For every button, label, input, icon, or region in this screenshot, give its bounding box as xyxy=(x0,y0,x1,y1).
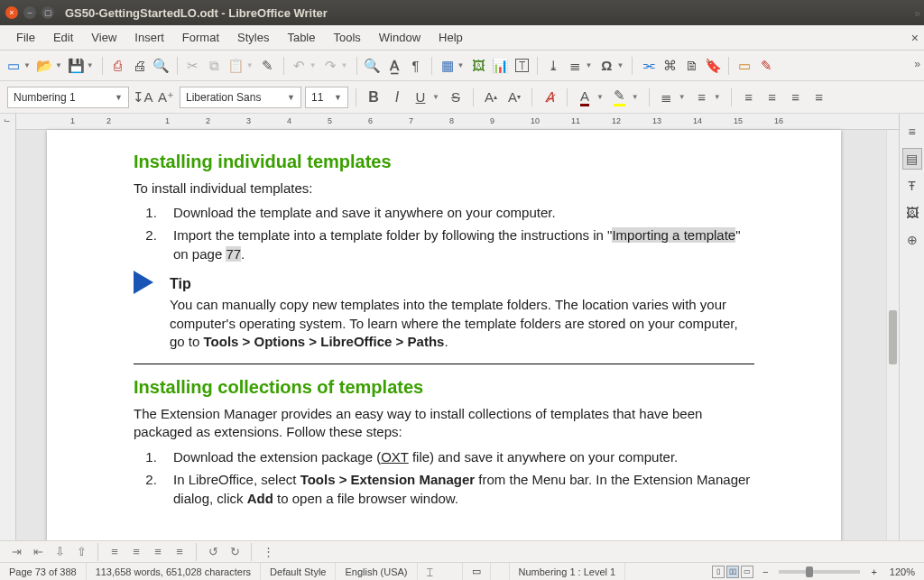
textbox-insert-button[interactable]: 🅃 xyxy=(512,56,531,76)
list-level3-button[interactable]: ≡ xyxy=(171,544,189,560)
copy-button[interactable]: ⧉ xyxy=(205,56,225,76)
menu-view[interactable]: View xyxy=(82,27,125,48)
underline-button[interactable]: U xyxy=(411,87,430,107)
menu-format[interactable]: Format xyxy=(173,27,228,48)
move-down-button[interactable]: ⇩ xyxy=(51,544,69,560)
zoom-out-button[interactable]: − xyxy=(759,566,772,577)
chart-insert-button[interactable]: 📊 xyxy=(490,56,510,76)
promote-button[interactable]: ⇤ xyxy=(29,544,47,560)
save-button[interactable]: 💾 xyxy=(67,56,87,76)
font-color-button[interactable]: A xyxy=(575,87,595,107)
hyperlink-button[interactable]: ⫘ xyxy=(638,56,658,76)
document-page[interactable]: Installing individual templates To insta… xyxy=(47,130,841,540)
font-size-combo[interactable]: 11▼ xyxy=(305,87,348,108)
status-wordcount[interactable]: 113,658 words, 651,028 characters xyxy=(87,563,261,580)
no-list-button[interactable]: ≡ xyxy=(106,544,124,560)
zoom-slider[interactable] xyxy=(779,570,860,574)
update-style-button[interactable]: ↧A xyxy=(133,87,152,107)
list-level2-button[interactable]: ≡ xyxy=(149,544,167,560)
footnote-button[interactable]: ⌘ xyxy=(660,56,679,76)
window-close-button[interactable]: × xyxy=(5,6,18,19)
restart-numbering-button[interactable]: ↺ xyxy=(204,544,222,560)
field-insert-button[interactable]: ≣ xyxy=(565,56,585,76)
sidebar-properties-icon[interactable]: ▤ xyxy=(902,148,922,170)
sidebar-styles-icon[interactable]: Ŧ xyxy=(902,175,922,197)
strikethrough-button[interactable]: S xyxy=(446,87,466,107)
cross-ref-button[interactable]: 🔖 xyxy=(703,56,723,76)
bullets-button[interactable]: ≣ xyxy=(657,87,677,107)
menu-insert[interactable]: Insert xyxy=(125,27,173,48)
status-outline[interactable]: Numbering 1 : Level 1 xyxy=(510,563,626,580)
superscript-button[interactable]: A▴ xyxy=(481,87,501,107)
align-left-button[interactable]: ≡ xyxy=(739,87,759,107)
zoom-in-button[interactable]: + xyxy=(867,566,880,577)
new-style-button[interactable]: A⁺ xyxy=(156,87,176,107)
highlight-button[interactable]: ✎ xyxy=(610,87,630,107)
single-page-icon[interactable]: ▯ xyxy=(712,566,725,578)
italic-button[interactable]: I xyxy=(387,87,407,107)
move-up-button[interactable]: ⇧ xyxy=(72,544,90,560)
menu-edit[interactable]: Edit xyxy=(44,27,82,48)
demote-button[interactable]: ⇥ xyxy=(7,544,25,560)
image-insert-button[interactable]: 🖼 xyxy=(468,56,488,76)
page-break-button[interactable]: ⤓ xyxy=(543,56,563,76)
paragraph-style-combo[interactable]: Numbering 1▼ xyxy=(7,87,129,108)
view-layout-buttons[interactable]: ▯ ▯▯ ▭ xyxy=(707,566,759,578)
list-level-button[interactable]: ≡ xyxy=(127,544,145,560)
cut-button[interactable]: ✂ xyxy=(183,56,203,76)
table-insert-button[interactable]: ▦ xyxy=(438,56,457,76)
multi-page-icon[interactable]: ▯▯ xyxy=(726,566,739,578)
new-button[interactable]: ▭ xyxy=(4,56,23,76)
formatting-marks-button[interactable]: ¶ xyxy=(406,56,426,76)
subscript-button[interactable]: A▾ xyxy=(504,87,524,107)
undo-button[interactable]: ↶ xyxy=(290,56,310,76)
status-signature[interactable] xyxy=(491,563,510,580)
export-pdf-button[interactable]: ⎙ xyxy=(108,56,128,76)
status-page-style[interactable]: Default Style xyxy=(261,563,336,580)
menu-styles[interactable]: Styles xyxy=(228,27,278,48)
bookmark-button[interactable]: 🗎 xyxy=(681,56,701,76)
menu-window[interactable]: Window xyxy=(370,27,430,48)
clear-formatting-button[interactable]: A̷ xyxy=(540,87,559,107)
horizontal-ruler[interactable]: 1 2 1 2 3 4 5 6 7 8 9 10 11 12 13 14 15 … xyxy=(16,114,899,130)
window-minimize-button[interactable]: – xyxy=(23,6,36,19)
vertical-ruler[interactable]: ⌙ xyxy=(0,114,16,540)
redo-button[interactable]: ↷ xyxy=(321,56,341,76)
font-name-combo[interactable]: Liberation Sans▼ xyxy=(180,87,301,108)
find-button[interactable]: 🔍 xyxy=(363,56,383,76)
document-close-button[interactable]: × xyxy=(911,31,919,45)
align-right-button[interactable]: ≡ xyxy=(786,87,806,107)
bold-button[interactable]: B xyxy=(364,87,383,107)
special-char-button[interactable]: Ω xyxy=(596,56,616,76)
status-selection-mode[interactable]: ▭ xyxy=(463,563,491,580)
comment-button[interactable]: ▭ xyxy=(735,56,754,76)
open-button[interactable]: 📂 xyxy=(35,56,55,76)
menu-tools[interactable]: Tools xyxy=(324,27,369,48)
formatting-overflow-icon[interactable]: » xyxy=(914,7,920,20)
track-changes-button[interactable]: ✎ xyxy=(756,56,776,76)
zoom-slider-handle[interactable] xyxy=(806,566,813,577)
print-preview-button[interactable]: 🔍 xyxy=(152,56,171,76)
toolbar-overflow-icon[interactable]: » xyxy=(914,58,920,70)
sidebar-gallery-icon[interactable]: 🖼 xyxy=(902,202,922,224)
scrollbar-thumb[interactable] xyxy=(889,310,897,364)
align-justify-button[interactable]: ≡ xyxy=(809,87,829,107)
zoom-percent[interactable]: 120% xyxy=(881,563,924,580)
menu-help[interactable]: Help xyxy=(430,27,472,48)
paste-button[interactable]: 📋 xyxy=(226,56,246,76)
sidebar-settings-icon[interactable]: ≡ xyxy=(902,121,922,143)
book-view-icon[interactable]: ▭ xyxy=(741,566,753,578)
menu-table[interactable]: Table xyxy=(278,27,324,48)
vertical-scrollbar[interactable] xyxy=(886,130,899,540)
bullets-dialog-button[interactable]: ⋮ xyxy=(259,544,277,560)
numbering-button[interactable]: ≡ xyxy=(692,87,712,107)
status-language[interactable]: English (USA) xyxy=(336,563,417,580)
spellcheck-button[interactable]: A̲ xyxy=(384,56,404,76)
continue-numbering-button[interactable]: ↻ xyxy=(226,544,244,560)
align-center-button[interactable]: ≡ xyxy=(762,87,782,107)
print-button[interactable]: 🖨 xyxy=(130,56,150,76)
clone-formatting-button[interactable]: ✎ xyxy=(258,56,278,76)
menu-file[interactable]: File xyxy=(7,27,44,48)
window-maximize-button[interactable]: ▢ xyxy=(42,6,54,19)
status-insert-mode[interactable]: ⌶ xyxy=(418,563,463,580)
